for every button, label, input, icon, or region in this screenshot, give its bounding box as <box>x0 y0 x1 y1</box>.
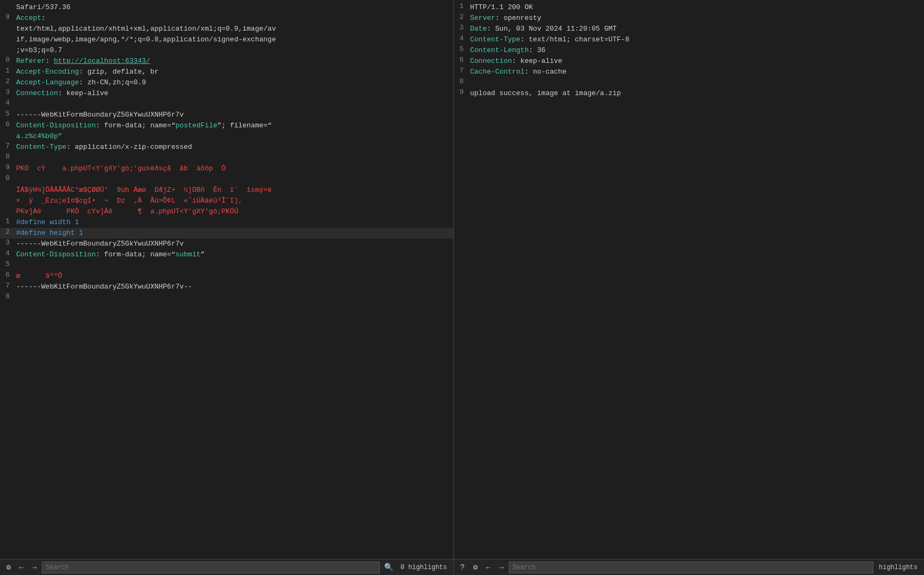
table-row: text/html,application/xhtml+xml,applicat… <box>0 24 453 34</box>
table-row: 8 <box>454 77 924 88</box>
line-content: Safari/537.36 <box>16 2 449 13</box>
table-row: × ÿ _Ëzu¦eI¤$cgI• ¬ Dz ,À Ãü>Õ¢L «˜iÚÀàé… <box>0 196 453 206</box>
line-number: 6 <box>0 271 16 279</box>
line-content: × ÿ _Ëzu¦eI¤$cgI• ¬ Dz ,À Ãü>Õ¢L «˜iÚÀàé… <box>16 196 449 206</box>
line-content: a.z%c4%b0p” <box>16 131 449 142</box>
table-row: 5Content-Length: 36 <box>454 45 924 56</box>
right-back-icon[interactable]: ← <box>483 562 494 573</box>
line-number: 5 <box>0 110 16 118</box>
right-forward-icon[interactable]: → <box>496 562 507 573</box>
table-row: if,image/webp,image/apng,*/*;q=0.8,appli… <box>0 34 453 45</box>
line-content: Accept-Encoding: gzip, deflate, br <box>16 67 449 77</box>
table-row: ;v=b3;q=0.7 <box>0 45 453 56</box>
line-content: æ äººÔ <box>16 271 449 282</box>
left-settings-icon[interactable]: ⚙ <box>3 562 14 573</box>
line-content: Content-Type: text/html; charset=UTF-8 <box>470 34 920 45</box>
line-number: 7 <box>454 67 470 75</box>
line-number: 9 <box>0 163 16 171</box>
line-content: Referer: http://localhost:63343/ <box>16 56 449 67</box>
line-number: 8 <box>0 292 16 300</box>
line-number: 5 <box>0 260 16 268</box>
table-row: 1#define width 1 <box>0 217 453 228</box>
table-row: PKv]Àë PKÒ cYv]Àë ¶ a.phpUT<Y’gXY’gò;PKÓ… <box>0 206 453 217</box>
table-row: 3Connection: keep-alive <box>0 88 453 99</box>
line-content: ÌÁ$ÿH¼]ÔÂÂÂÂÂC*æ$ÇØØÛ° 9úh Äæø DÆjZ+ ½]D… <box>16 185 449 196</box>
line-content: Connection: keep-alive <box>16 88 449 99</box>
line-number: 1 <box>0 67 16 75</box>
right-settings-icon[interactable]: ⚙ <box>470 562 481 573</box>
line-content: Accept-Language: zh-CN,zh;q=0.9 <box>16 77 449 88</box>
left-search-icon: 🔍 <box>382 563 395 572</box>
table-row: 4Content-Disposition: form-data; name=“s… <box>0 249 453 260</box>
table-row: 6Content-Disposition: form-data; name=“p… <box>0 120 453 131</box>
line-number: 9 <box>0 13 16 21</box>
right-code-area[interactable]: 1HTTP/1.1 200 OK2Server: openresty3Date:… <box>454 0 924 559</box>
table-row: 2Server: openresty <box>454 13 924 24</box>
table-row: 1Accept-Encoding: gzip, deflate, br <box>0 67 453 77</box>
line-number: 4 <box>0 99 16 107</box>
right-panel: 1HTTP/1.1 200 OK2Server: openresty3Date:… <box>454 0 924 575</box>
left-search-input[interactable] <box>42 562 380 573</box>
right-search-input[interactable] <box>509 562 874 573</box>
line-content: ;v=b3;q=0.7 <box>16 45 449 56</box>
table-row: 7Cache-Control: no-cache <box>454 67 924 77</box>
table-row: 5 <box>0 260 453 271</box>
table-row: 9upload success, image at image/a.zip <box>454 88 924 99</box>
line-content: if,image/webp,image/apng,*/*;q=0.8,appli… <box>16 34 449 45</box>
table-row: 6Connection: keep-alive <box>454 56 924 67</box>
line-number: 8 <box>454 77 470 85</box>
line-content: Content-Disposition: form-data; name=“po… <box>16 120 449 131</box>
table-row: 9Accept: <box>0 13 453 24</box>
line-number: 3 <box>0 239 16 247</box>
line-content: Content-Length: 36 <box>470 45 920 56</box>
line-number: 4 <box>0 249 16 257</box>
table-row: ÌÁ$ÿH¼]ÔÂÂÂÂÂC*æ$ÇØØÛ° 9úh Äæø DÆjZ+ ½]D… <box>0 185 453 196</box>
line-content: upload success, image at image/a.zip <box>470 88 920 99</box>
line-number: 1 <box>454 2 470 10</box>
line-content: Content-Disposition: form-data; name=“su… <box>16 249 449 260</box>
line-number: 3 <box>0 88 16 96</box>
line-number: 0 <box>0 174 16 182</box>
table-row: 4Content-Type: text/html; charset=UTF-8 <box>454 34 924 45</box>
table-row: 8 <box>0 292 453 303</box>
line-content: Date: Sun, 03 Nov 2024 11:20:05 GMT <box>470 24 920 34</box>
line-content: Accept: <box>16 13 449 24</box>
right-toolbar: ? ⚙ ← → highlights <box>454 559 924 575</box>
table-row: 3------WebKitFormBoundaryZ5GkYwuUXNHP6r7… <box>0 239 453 249</box>
left-toolbar: ⚙ ← → 🔍 0 highlights <box>0 559 453 575</box>
table-row: 0 <box>0 174 453 185</box>
line-number: 1 <box>0 217 16 225</box>
line-content: Cache-Control: no-cache <box>470 67 920 77</box>
line-content: PKv]Àë PKÒ cYv]Àë ¶ a.phpUT<Y’gXY’gò;PKÓ… <box>16 206 449 217</box>
line-number: 8 <box>0 153 16 161</box>
line-number: 9 <box>454 88 470 96</box>
line-number: 2 <box>0 77 16 85</box>
line-number: 4 <box>454 34 470 42</box>
table-row: 2Accept-Language: zh-CN,zh;q=0.9 <box>0 77 453 88</box>
left-code-area[interactable]: Safari/537.369Accept: text/html,applicat… <box>0 0 453 559</box>
line-number: 2 <box>454 13 470 21</box>
table-row: a.z%c4%b0p” <box>0 131 453 142</box>
line-number: 5 <box>454 45 470 53</box>
table-row: 8 <box>0 153 453 163</box>
table-row: 7Content-Type: application/x-zip-compres… <box>0 142 453 153</box>
table-row: 7------WebKitFormBoundaryZ5GkYwuUXNHP6r7… <box>0 282 453 292</box>
line-content: #define height 1 <box>16 228 449 239</box>
line-content: ------WebKitFormBoundaryZ5GkYwuUXNHP6r7v <box>16 110 449 120</box>
line-content: PKÒ cY a.phpUT<Y’gXY’gò;’guxëðsçå âb``àõ… <box>16 163 449 174</box>
table-row: 5------WebKitFormBoundaryZ5GkYwuUXNHP6r7… <box>0 110 453 120</box>
line-content: HTTP/1.1 200 OK <box>470 2 920 13</box>
line-number: 7 <box>0 142 16 150</box>
line-number: 7 <box>0 282 16 290</box>
line-number: 6 <box>454 56 470 64</box>
line-content: text/html,application/xhtml+xml,applicat… <box>16 24 449 34</box>
line-content: ------WebKitFormBoundaryZ5GkYwuUXNHP6r7v <box>16 239 449 249</box>
table-row: 0Referer: http://localhost:63343/ <box>0 56 453 67</box>
left-back-icon[interactable]: ← <box>16 562 27 573</box>
main-area: Safari/537.369Accept: text/html,applicat… <box>0 0 924 575</box>
table-row: 3Date: Sun, 03 Nov 2024 11:20:05 GMT <box>454 24 924 34</box>
right-help-icon[interactable]: ? <box>457 562 468 573</box>
table-row: 2#define height 1 <box>0 228 453 239</box>
left-forward-icon[interactable]: → <box>29 562 40 573</box>
line-content: ------WebKitFormBoundaryZ5GkYwuUXNHP6r7v… <box>16 282 449 292</box>
